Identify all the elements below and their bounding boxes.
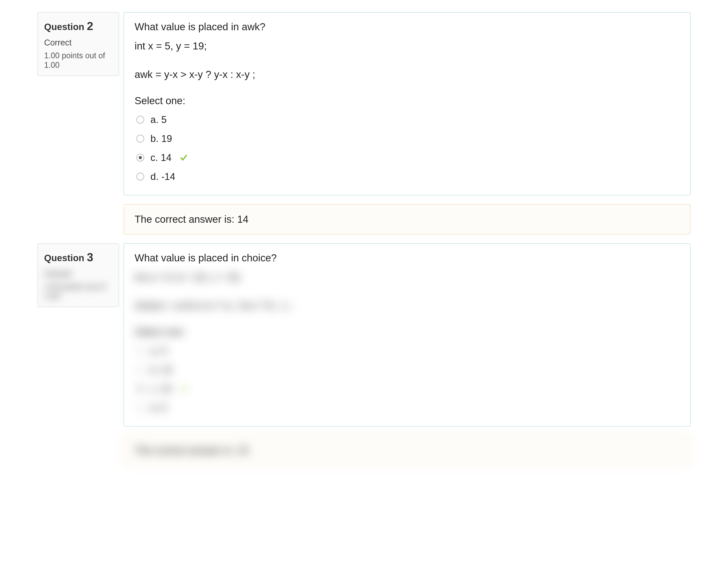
question-3-row: Question 3 Correct 1.00 points out of 1.…	[38, 243, 690, 466]
question-3-content: What value is placed in choice? int a = …	[124, 243, 690, 466]
radio-icon[interactable]	[136, 347, 144, 355]
option-d-label: d. 0	[150, 401, 167, 415]
option-c-label: c. 15	[150, 382, 171, 396]
question-2-code-line-2: awk = y-x > x-y ? y-x : x-y ;	[135, 67, 679, 82]
question-number: 3	[87, 251, 93, 263]
question-2-content: What value is placed in awk? int x = 5, …	[124, 12, 690, 234]
question-2-prompt: What value is placed in awk?	[135, 19, 679, 34]
question-2-info: Question 2 Correct 1.00 points out of 1.…	[38, 12, 119, 76]
option-a-label: a. 5	[150, 112, 167, 127]
option-d-label: d. -14	[150, 169, 175, 184]
question-2-title: Question 2	[44, 17, 113, 35]
radio-icon[interactable]	[136, 173, 144, 180]
question-2-row: Question 2 Correct 1.00 points out of 1.…	[38, 12, 690, 234]
check-icon	[180, 154, 188, 161]
radio-icon[interactable]	[136, 404, 144, 412]
option-c[interactable]: c. 15	[136, 379, 679, 398]
question-3-title: Question 3	[44, 248, 113, 266]
question-3-body: What value is placed in choice? int a = …	[124, 243, 690, 427]
radio-icon[interactable]	[136, 366, 144, 374]
option-b[interactable]: b. 19	[136, 129, 679, 148]
option-c[interactable]: c. 14	[136, 148, 679, 167]
question-label: Question	[44, 253, 84, 263]
radio-icon-selected[interactable]	[136, 385, 144, 393]
option-c-label: c. 14	[150, 150, 171, 165]
option-b[interactable]: b. 10	[136, 360, 679, 379]
question-label: Question	[44, 22, 84, 32]
question-3-code-line-1: int a = 0, b = 10, c = 15;	[135, 269, 679, 285]
select-one-label: Select one:	[135, 324, 679, 340]
question-2-points: 1.00 points out of 1.00	[44, 51, 113, 70]
question-3-correct-answer: The correct answer is: 15	[124, 435, 690, 466]
option-a[interactable]: a. 5	[136, 110, 679, 129]
question-3-code-line-2: choice = a+b+c>x ? a : b>c ? b : c ;	[135, 298, 679, 313]
question-3-status: Correct	[44, 267, 113, 280]
bottom-whitespace	[38, 474, 690, 562]
question-2-code-line-1: int x = 5, y = 19;	[135, 38, 679, 54]
question-number: 2	[87, 20, 93, 32]
radio-icon[interactable]	[136, 116, 144, 124]
question-2-correct-answer: The correct answer is: 14	[124, 204, 690, 234]
radio-icon[interactable]	[136, 135, 144, 143]
option-b-label: b. 10	[150, 363, 172, 377]
question-3-info: Question 3 Correct 1.00 points out of 1.…	[38, 243, 119, 307]
radio-icon-selected[interactable]	[136, 154, 144, 161]
question-2-status: Correct	[44, 36, 113, 49]
option-d[interactable]: d. 0	[136, 398, 679, 417]
option-d[interactable]: d. -14	[136, 167, 679, 186]
select-one-label: Select one:	[135, 93, 679, 108]
option-a[interactable]: a. 0	[136, 341, 679, 360]
question-2-body: What value is placed in awk? int x = 5, …	[124, 12, 690, 195]
option-a-label: a. 0	[150, 344, 167, 358]
check-icon	[180, 385, 188, 393]
question-3-prompt: What value is placed in choice?	[135, 250, 679, 265]
option-b-label: b. 19	[150, 131, 172, 146]
question-3-points: 1.00 points out of 1.00	[44, 282, 113, 301]
